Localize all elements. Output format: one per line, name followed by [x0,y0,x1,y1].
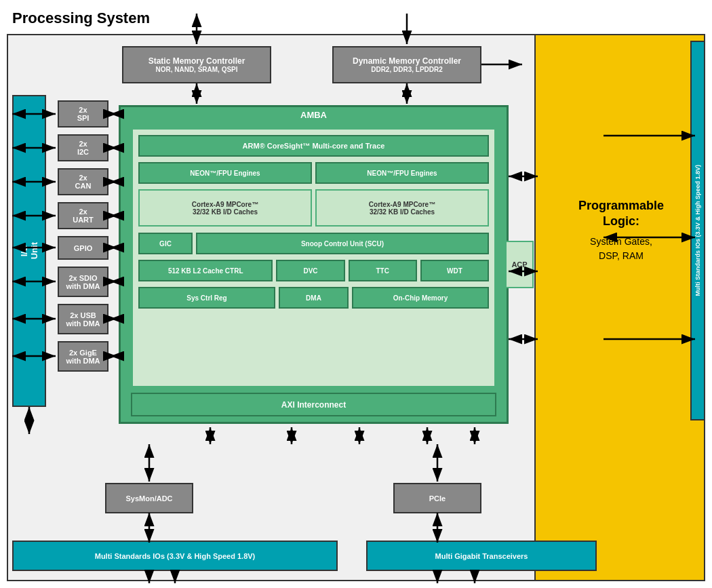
arm-coresight: ARM® CoreSight™ Multi-core and Trace [138,135,489,157]
sysmon-box: SysMon/ADC [105,483,193,513]
io-box-can: 2xCAN [58,168,108,195]
io-unit: I/OUnit [12,95,46,407]
page-title: Processing System [12,9,150,27]
io-unit-label: I/OUnit [19,242,39,259]
dynamic-memory-controller: Dynamic Memory Controller DDR2, DDR3, LP… [332,46,481,83]
acp-box: ACP [505,241,534,288]
io-box-gpio: GPIO [58,236,108,260]
multi-std-vertical-label: Multi Standards IOs (3.3V & High Speed 1… [694,165,701,296]
dma-box: DMA [279,287,349,309]
io-box-gige: 2x GigEwith DMA [58,341,108,372]
programmable-logic: ProgrammableLogic: System Gates,DSP, RAM [542,41,700,420]
amba-area: AMBA ARM® CoreSight™ Multi-core and Trac… [119,105,509,424]
cache-box: 512 KB L2 Cache CTRL [138,260,273,281]
dynamic-mem-line1: Dynamic Memory Controller [353,56,461,66]
arm-coresight-label: ARM® CoreSight™ Multi-core and Trace [243,142,385,150]
bottom-gigabit: Multi Gigabit Transceivers [366,541,597,571]
neon-fpu-1: NEON™/FPU Engines [138,162,312,184]
static-memory-controller: Static Memory Controller NOR, NAND, SRAM… [122,46,271,83]
io-box-spi: 2xSPI [58,100,108,128]
bottom-multi-std: Multi Standards IOs (3.3V & High Speed 1… [12,541,338,571]
io-box-usb: 2x USBwith DMA [58,304,108,334]
wdt-box: WDT [420,260,489,281]
prog-logic-sub: System Gates,DSP, RAM [590,235,652,263]
neon-fpu-2: NEON™/FPU Engines [315,162,489,184]
on-chip-box: On-Chip Memory [352,287,489,309]
sys-ctrl-box: Sys Ctrl Reg [138,287,275,309]
axi-label: AXI Interconnect [281,400,346,410]
io-box-sdio: 2x SDIOwith DMA [58,267,108,297]
prog-logic-title: ProgrammableLogic: [578,198,664,230]
static-mem-line2: NOR, NAND, SRAM, QSPI [155,66,237,73]
cortex-a9-1: Cortex-A9 MPCore™32/32 KB I/D Caches [138,189,312,227]
dvc-box: DVC [276,260,344,281]
multi-standards-vertical: Multi Standards IOs (3.3V & High Speed 1… [690,41,705,420]
ttc-box: TTC [349,260,417,281]
scu-box: Snoop Control Unit (SCU) [196,233,489,254]
static-mem-line1: Static Memory Controller [149,56,245,66]
dynamic-mem-line2: DDR2, DDR3, LPDDR2 [371,66,443,73]
cortex-a9-2: Cortex-A9 MPCore™32/32 KB I/D Caches [315,189,489,227]
main-container: Processing System I/OUnit 2xSPI 2xI2C 2x… [0,0,712,588]
pcie-box: PCIe [393,483,481,513]
gic-box: GIC [138,233,193,254]
amba-label: AMBA [121,110,507,120]
axi-interconnect: AXI Interconnect [131,393,496,416]
io-box-i2c: 2xI2C [58,134,108,161]
io-box-uart: 2xUART [58,202,108,229]
